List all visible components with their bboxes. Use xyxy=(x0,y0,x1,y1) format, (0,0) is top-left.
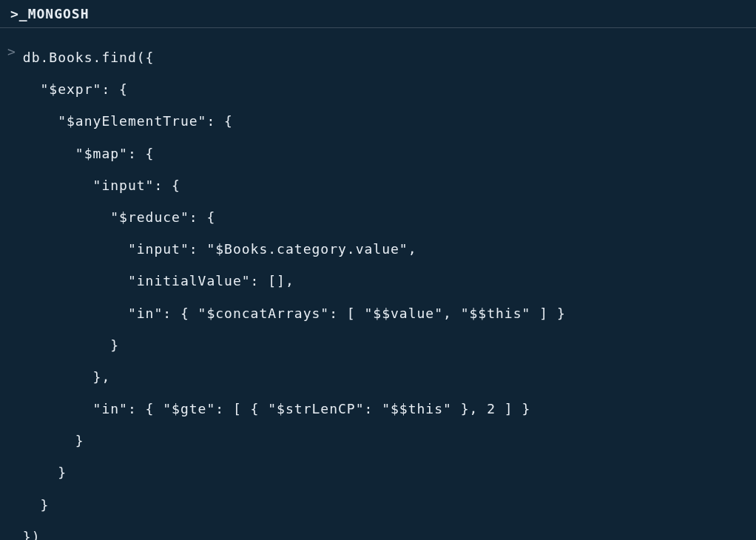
code-line: "$expr": { xyxy=(23,81,128,97)
code-line: } xyxy=(23,433,84,448)
code-line: "$map": { xyxy=(23,146,155,161)
code-line: "$reduce": { xyxy=(23,209,215,225)
shell-title: >_MONGOSH xyxy=(10,6,90,21)
code-line: "initialValue": [], xyxy=(23,273,294,288)
code-line: "in": { "$gte": [ { "$strLenCP": "$$this… xyxy=(23,401,531,416)
code-line: "input": "$Books.category.value", xyxy=(23,241,417,257)
shell-body: > db.Books.find({ "$expr": { "$anyElemen… xyxy=(0,28,756,540)
code-line: }) xyxy=(23,529,41,540)
prompt-line: > db.Books.find({ "$expr": { "$anyElemen… xyxy=(7,41,749,540)
code-line: db.Books.find({ xyxy=(23,50,155,65)
code-line: "in": { "$concatArrays": [ "$$value", "$… xyxy=(23,306,566,321)
code-input[interactable]: db.Books.find({ "$expr": { "$anyElementT… xyxy=(23,41,566,540)
code-line: }, xyxy=(23,369,110,385)
code-line: "input": { xyxy=(23,178,180,193)
code-line: } xyxy=(23,497,50,513)
code-line: "$anyElementTrue": { xyxy=(23,113,233,129)
code-line: } xyxy=(23,337,119,353)
prompt-chevron-icon: > xyxy=(7,41,16,63)
code-line: } xyxy=(23,465,67,480)
shell-header: >_MONGOSH xyxy=(0,0,756,28)
